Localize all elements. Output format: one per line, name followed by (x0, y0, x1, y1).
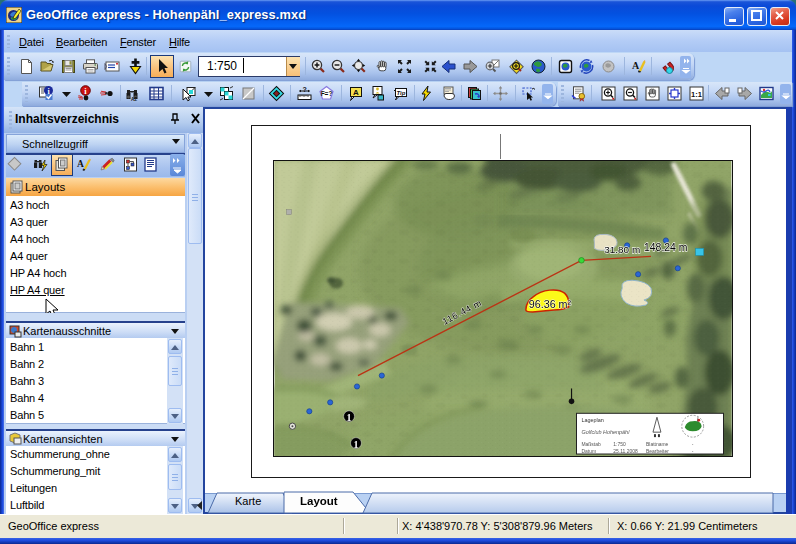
svg-text:Maßstab: Maßstab (581, 442, 601, 447)
svg-text:Lageplan: Lageplan (581, 417, 603, 423)
svg-text:25.11.2008: 25.11.2008 (613, 449, 638, 454)
svg-text:Bearbeiter: Bearbeiter (646, 449, 669, 454)
svg-text:Datum: Datum (581, 449, 596, 454)
svg-text:31.80 m: 31.80 m (604, 244, 640, 255)
svg-text:1: 1 (347, 412, 352, 423)
svg-text:1:750: 1:750 (613, 442, 626, 447)
svg-text:AZ: AZ (131, 97, 137, 102)
svg-text:A: A (353, 88, 359, 97)
svg-text:1: 1 (354, 439, 359, 450)
svg-text:148.24 m: 148.24 m (644, 242, 687, 253)
svg-text:A: A (632, 60, 640, 71)
svg-text:1:1: 1:1 (691, 90, 702, 99)
svg-text:Golfclub Hohenpähl: Golfclub Hohenpähl (581, 429, 630, 435)
svg-text:?: ? (303, 86, 307, 93)
svg-text:A: A (77, 159, 84, 169)
svg-text:F=?: F=? (321, 90, 333, 97)
svg-text:Blattname: Blattname (646, 442, 669, 447)
svg-text:Tip: Tip (397, 90, 406, 96)
svg-text:96.36 m²: 96.36 m² (529, 298, 572, 310)
